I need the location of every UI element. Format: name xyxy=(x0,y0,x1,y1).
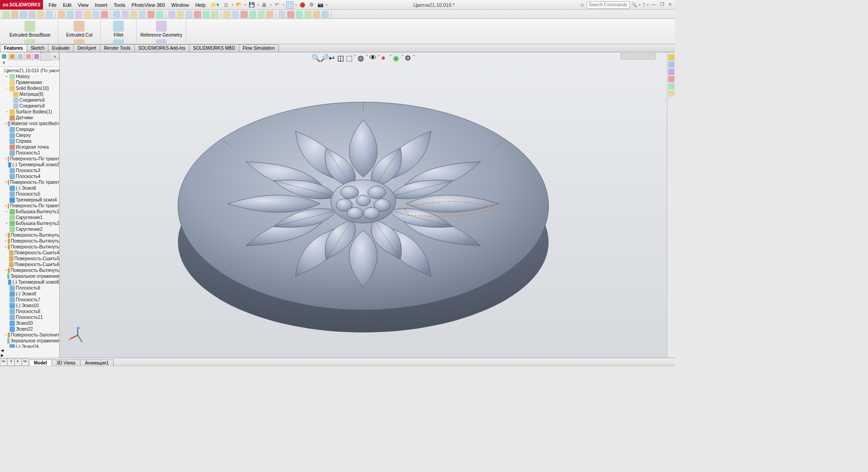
toolbar-icon[interactable] xyxy=(122,11,129,18)
tree-item[interactable]: (-) Трехмерный эскиз6 xyxy=(0,279,59,285)
apply-scene-icon[interactable]: ◉ xyxy=(393,54,400,61)
tree-item[interactable]: Исходная точка xyxy=(0,144,59,150)
command-tab-flow-simulation[interactable]: Flow Simulation xyxy=(239,44,279,52)
toolbar-icon[interactable] xyxy=(58,11,65,18)
select-icon[interactable]: ⬚ xyxy=(286,1,293,9)
vp-link-icon[interactable] xyxy=(621,53,627,60)
tree-item[interactable]: Скругление2 xyxy=(0,226,59,232)
tree-item[interactable]: (-) Эскиз10 xyxy=(0,303,59,308)
tab-first-icon[interactable]: ⏮ xyxy=(0,359,7,366)
solidworks-resources-tab[interactable] xyxy=(668,54,675,61)
reference-geometry-button[interactable]: Reference Geometry xyxy=(138,20,184,38)
design-library-tab[interactable] xyxy=(668,61,675,68)
menu-help[interactable]: Help xyxy=(193,1,208,9)
command-tab-features[interactable]: Features xyxy=(0,44,27,52)
toolbar-icon[interactable] xyxy=(296,11,303,18)
command-tab-render-tools[interactable]: Render Tools xyxy=(100,44,135,52)
section-view-icon[interactable]: ◫ xyxy=(337,54,344,61)
minimize-icon[interactable]: — xyxy=(651,2,657,8)
toolbar-icon[interactable] xyxy=(130,11,137,18)
tree-item[interactable]: (-) Эскиз24 xyxy=(0,344,59,348)
tree-item[interactable]: +Бобышка-Вытянуть1 xyxy=(0,209,59,215)
tree-item[interactable]: +Поверхность-По траект xyxy=(0,179,59,185)
tree-item[interactable]: +Бобышка-Вытянуть2 xyxy=(0,220,59,226)
toolbar-icon[interactable] xyxy=(139,11,146,18)
bottom-tab-model[interactable]: Model xyxy=(29,360,52,366)
toolbar-icon[interactable] xyxy=(211,11,218,18)
menu-view[interactable]: View xyxy=(75,1,91,9)
tree-item[interactable]: Трехмерный эскиз4 xyxy=(0,197,59,203)
vp-max-icon[interactable] xyxy=(642,53,649,60)
zoom-fit-icon[interactable]: 🔍 xyxy=(311,54,319,61)
display-style-icon[interactable]: ◍ xyxy=(358,54,365,61)
view-settings-icon[interactable]: ⚙ xyxy=(405,54,412,61)
edit-appearance-icon[interactable]: ● xyxy=(381,54,388,61)
toolbar-icon[interactable] xyxy=(75,11,82,18)
tree-item[interactable]: +Поверхность-Заполнит xyxy=(0,332,59,338)
tree-item[interactable]: +History xyxy=(0,74,59,79)
orientation-triad[interactable]: x z xyxy=(69,326,87,344)
search-commands-input[interactable] xyxy=(587,1,630,9)
tree-item[interactable]: Спереди xyxy=(0,126,59,132)
tree-item[interactable]: +Material <not specified> xyxy=(0,121,59,126)
tree-item[interactable]: Плоскость6 xyxy=(0,285,59,291)
toolbar-icon[interactable] xyxy=(223,11,231,18)
tab-last-icon[interactable]: ⏭ xyxy=(22,359,29,366)
toolbar-icon[interactable] xyxy=(28,11,36,18)
tab-prev-icon[interactable]: ◄ xyxy=(7,359,14,366)
tree-item[interactable]: Плоскость1 xyxy=(0,150,59,156)
tree-item[interactable]: Плоскость8 xyxy=(0,308,59,314)
fillet-button[interactable]: Fillet xyxy=(103,20,135,38)
print-icon[interactable]: 🖶 xyxy=(261,1,268,9)
toolbar-icon[interactable] xyxy=(84,11,91,18)
toolbar-icon[interactable] xyxy=(92,11,99,18)
tree-item[interactable]: Соединить6 xyxy=(0,97,59,103)
toolbar-icon[interactable] xyxy=(147,11,155,18)
tree-item[interactable]: +Поверхность-По траект xyxy=(0,203,59,209)
tree-item[interactable]: Поверхность-Сшить4 xyxy=(0,250,59,256)
property-manager-tab[interactable] xyxy=(8,52,16,61)
toolbar-icon[interactable] xyxy=(304,11,311,18)
tree-item[interactable]: (-) Эскиз6 xyxy=(0,185,59,191)
view-palette-tab[interactable] xyxy=(668,76,675,82)
command-tab-evaluate[interactable]: Evaluate xyxy=(48,44,74,52)
toolbar-icon[interactable] xyxy=(321,11,329,18)
tree-item[interactable]: Плоскость7 xyxy=(0,297,59,303)
toolbar-icon[interactable] xyxy=(185,11,193,18)
vp-close-icon[interactable] xyxy=(650,53,656,60)
tree-hscrollbar[interactable]: ◄► xyxy=(0,348,59,358)
toolbar-icon[interactable] xyxy=(156,11,163,18)
menu-photoview-360[interactable]: PhotoView 360 xyxy=(129,1,168,9)
tree-item[interactable]: Соединить8 xyxy=(0,103,59,109)
close-icon[interactable]: ✕ xyxy=(667,2,673,8)
toolbar-icon[interactable] xyxy=(287,11,294,18)
bottom-tab-анимация1[interactable]: Анимация1 xyxy=(80,360,114,366)
tree-item[interactable]: (-) Эскиз9 xyxy=(0,291,59,297)
tree-item[interactable]: Сверху xyxy=(0,132,59,138)
feature-manager-tab[interactable] xyxy=(0,52,8,61)
menu-insert[interactable]: Insert xyxy=(92,1,110,9)
tree-item[interactable]: Поверхность-Сшить5 xyxy=(0,256,59,262)
file-explorer-tab[interactable] xyxy=(668,69,675,75)
toolbar-icon[interactable] xyxy=(249,11,256,18)
toolbar-icon[interactable] xyxy=(313,11,320,18)
toolbar-icon[interactable] xyxy=(194,11,201,18)
tree-item[interactable]: +Поверхность-По траект xyxy=(0,156,59,162)
tree-item[interactable]: Плоскость11 xyxy=(0,314,59,320)
restore-icon[interactable]: ❐ xyxy=(659,2,665,8)
tree-item[interactable]: +Поверхность-Вытянуть xyxy=(0,232,59,238)
command-tab-solidworks-add-ins[interactable]: SOLIDWORKS Add-Ins xyxy=(134,44,189,52)
toolbar-icon[interactable] xyxy=(3,11,10,18)
tree-item[interactable]: Датчики xyxy=(0,115,59,121)
open-icon[interactable]: 📂 xyxy=(236,1,243,9)
search-icon[interactable]: 🔍 xyxy=(632,2,637,7)
tree-item[interactable]: (-) Трехмерный эскиз2 xyxy=(0,162,59,168)
tree-item[interactable]: Эскиз22 xyxy=(0,326,59,332)
panel-expand-icon[interactable]: » xyxy=(51,52,59,61)
custom-properties-tab[interactable] xyxy=(668,90,675,97)
toolbar-icon[interactable] xyxy=(232,11,239,18)
graphics-viewport[interactable]: 🔍 🔎 ↩ ◫ ⬚▾ ◍▾ 👁▾ ●▾ ◉▾ ⚙▾ xyxy=(60,52,667,358)
appearances-tab[interactable] xyxy=(668,83,675,89)
toolbar-icon[interactable] xyxy=(266,11,274,18)
toolbar-icon[interactable] xyxy=(11,11,19,18)
